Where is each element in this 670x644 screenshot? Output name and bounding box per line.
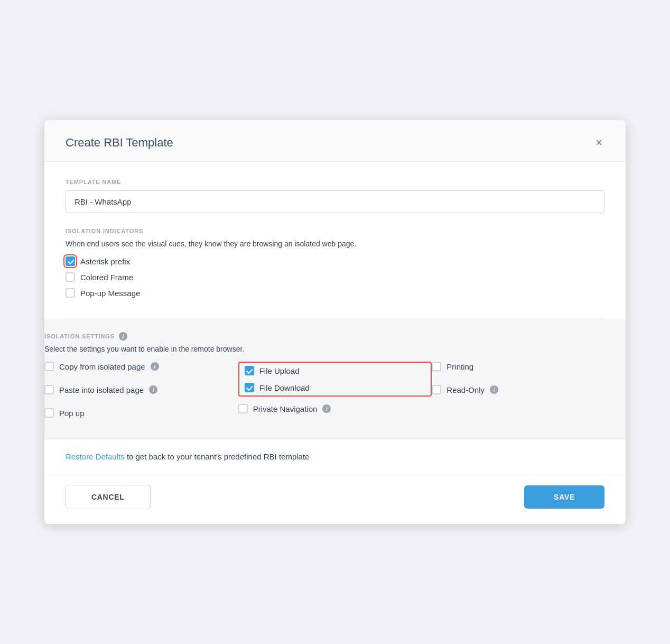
isolation-settings-header: ISOLATION SETTINGS i — [44, 332, 626, 341]
paste-isolated-label: Paste into isolated page — [59, 385, 144, 394]
close-button[interactable]: × — [593, 135, 604, 151]
dialog-body: TEMPLATE NAME ISOLATION INDICATORS When … — [44, 162, 626, 319]
read-only-info-icon[interactable]: i — [490, 385, 498, 394]
read-only-label: Read-Only — [446, 385, 485, 394]
dialog-header: Create RBI Template × — [44, 120, 626, 162]
popup-message-label: Pop-up Message — [80, 289, 140, 298]
file-download-label: File Download — [259, 383, 310, 392]
isolation-settings-description: Select the settings you want to enable i… — [44, 345, 626, 353]
popup-row: Pop up — [44, 408, 238, 418]
file-upload-row: File Upload — [245, 366, 426, 375]
read-only-row: Read-Only i — [432, 385, 626, 394]
paste-isolated-checkbox[interactable] — [44, 385, 54, 394]
file-upload-checkbox[interactable] — [245, 366, 254, 375]
template-name-section: TEMPLATE NAME — [66, 179, 604, 228]
settings-col-1: Copy from isolated page i Paste into iso… — [44, 362, 238, 424]
printing-checkbox[interactable] — [432, 362, 441, 371]
paste-isolated-row: Paste into isolated page i — [44, 385, 238, 394]
popup-message-row: Pop-up Message — [66, 288, 604, 298]
copy-isolated-row: Copy from isolated page i — [44, 362, 238, 371]
dialog-footer: CANCEL SAVE — [44, 474, 626, 524]
colored-frame-row: Colored Frame — [66, 272, 604, 282]
create-rbi-template-dialog: Create RBI Template × TEMPLATE NAME ISOL… — [44, 120, 626, 524]
private-navigation-checkbox[interactable] — [238, 404, 248, 413]
colored-frame-checkbox[interactable] — [66, 272, 75, 282]
asterisk-prefix-row: Asterisk prefix — [66, 256, 604, 266]
isolation-indicators-description: When end users see the visual cues, they… — [66, 240, 604, 248]
file-download-checkbox[interactable] — [245, 383, 254, 392]
private-navigation-row: Private Navigation i — [238, 404, 432, 413]
copy-isolated-checkbox[interactable] — [44, 362, 54, 371]
isolation-settings-info-icon[interactable]: i — [119, 332, 127, 341]
isolation-settings-section: ISOLATION SETTINGS i Select the settings… — [44, 319, 626, 439]
isolation-settings-grid: Copy from isolated page i Paste into iso… — [44, 362, 626, 424]
copy-isolated-label: Copy from isolated page — [59, 362, 145, 371]
printing-row: Printing — [432, 362, 626, 371]
template-name-label: TEMPLATE NAME — [66, 179, 604, 185]
isolation-indicators-section: ISOLATION INDICATORS When end users see … — [66, 228, 604, 319]
dialog-title: Create RBI Template — [66, 136, 173, 150]
cancel-button[interactable]: CANCEL — [66, 485, 151, 509]
restore-defaults-text: to get back to your tenant's predefined … — [125, 452, 310, 461]
asterisk-prefix-checkbox[interactable] — [66, 256, 75, 266]
settings-col-2: File Upload File Download Private Naviga… — [238, 362, 432, 424]
file-upload-label: File Upload — [259, 366, 300, 375]
isolation-indicators-label: ISOLATION INDICATORS — [66, 228, 604, 234]
restore-defaults-link[interactable]: Restore Defaults — [66, 452, 125, 461]
copy-isolated-info-icon[interactable]: i — [151, 362, 159, 371]
paste-isolated-info-icon[interactable]: i — [149, 385, 157, 394]
private-navigation-info-icon[interactable]: i — [322, 404, 331, 413]
read-only-checkbox[interactable] — [432, 385, 441, 394]
printing-label: Printing — [446, 362, 473, 371]
save-button[interactable]: SAVE — [524, 485, 604, 509]
file-settings-highlighted-group: File Upload File Download — [238, 362, 432, 397]
settings-col-3: Printing Read-Only i — [432, 362, 626, 424]
template-name-input[interactable] — [66, 190, 604, 213]
restore-section: Restore Defaults to get back to your ten… — [44, 439, 626, 474]
file-download-row: File Download — [245, 383, 426, 392]
private-navigation-label: Private Navigation — [253, 404, 318, 413]
popup-checkbox[interactable] — [44, 408, 54, 418]
colored-frame-label: Colored Frame — [80, 273, 133, 282]
asterisk-prefix-label: Asterisk prefix — [80, 257, 130, 266]
popup-label: Pop up — [59, 409, 85, 418]
popup-message-checkbox[interactable] — [66, 288, 75, 298]
isolation-settings-label: ISOLATION SETTINGS — [44, 333, 115, 339]
